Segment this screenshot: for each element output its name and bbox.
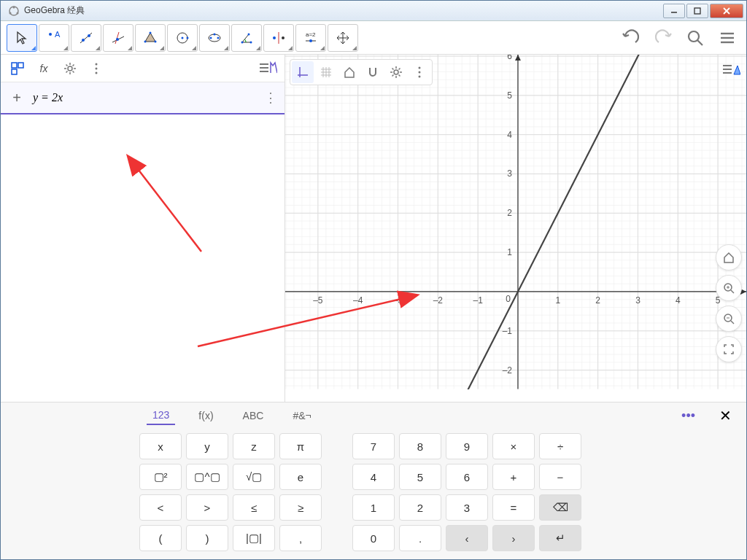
- expression-menu-icon[interactable]: ⋮: [264, 90, 277, 106]
- svg-point-31: [273, 36, 276, 39]
- kb-key[interactable]: 0: [352, 525, 395, 551]
- undo-button[interactable]: [618, 25, 644, 51]
- tool-move-view[interactable]: [328, 24, 358, 52]
- kb-key[interactable]: y: [186, 433, 228, 459]
- kb-key[interactable]: ‹: [446, 525, 488, 551]
- kb-tab-numeric[interactable]: 123: [147, 406, 175, 425]
- svg-text:5: 5: [507, 90, 512, 101]
- kb-key[interactable]: 4: [352, 464, 395, 490]
- kb-tab-symbols[interactable]: #&¬: [287, 407, 317, 424]
- zoom-out-button[interactable]: [716, 306, 742, 332]
- svg-line-14: [115, 32, 119, 44]
- graphics-panel[interactable]: –5–4–3–2–112345–2–11234560: [285, 55, 746, 402]
- menu-button[interactable]: [714, 25, 740, 51]
- svg-point-29: [248, 33, 250, 35]
- kb-key[interactable]: ›: [492, 525, 535, 551]
- close-button[interactable]: [710, 4, 743, 18]
- home-icon[interactable]: [338, 61, 360, 83]
- kb-key[interactable]: 2: [399, 494, 441, 521]
- kb-more-button[interactable]: •••: [681, 408, 695, 424]
- kb-key[interactable]: =: [492, 494, 535, 521]
- algebra-view-icon[interactable]: [7, 58, 28, 79]
- tool-perpendicular[interactable]: [103, 24, 133, 52]
- kb-key[interactable]: 9: [446, 433, 488, 459]
- tool-line[interactable]: [71, 24, 101, 52]
- grid-icon[interactable]: [315, 61, 337, 83]
- tool-point[interactable]: A: [39, 24, 69, 52]
- zoom-in-button[interactable]: [716, 275, 742, 301]
- kebab-icon[interactable]: [85, 58, 107, 79]
- algebra-panel: fx + y = 2x ⋮: [1, 55, 285, 402]
- kb-key[interactable]: z: [233, 433, 275, 459]
- svg-point-18: [155, 40, 157, 42]
- maximize-button[interactable]: [686, 4, 708, 18]
- svg-line-10: [80, 33, 92, 43]
- kb-key[interactable]: +: [492, 464, 535, 490]
- kb-key[interactable]: −: [539, 464, 581, 490]
- tool-cursor[interactable]: [7, 24, 37, 52]
- kb-close-button[interactable]: ✕: [719, 407, 732, 424]
- tool-polygon[interactable]: [135, 24, 166, 52]
- kb-key[interactable]: ▢^▢: [186, 464, 228, 490]
- svg-point-12: [88, 34, 90, 37]
- kb-key[interactable]: ≥: [279, 494, 322, 521]
- expression-text[interactable]: y = 2x: [26, 91, 264, 104]
- kb-key[interactable]: ↵: [539, 525, 581, 551]
- fx-icon[interactable]: fx: [33, 58, 55, 79]
- kb-key[interactable]: (: [139, 525, 182, 551]
- kb-tab-functions[interactable]: f(x): [193, 407, 219, 424]
- tool-reflect[interactable]: [263, 24, 294, 52]
- svg-rect-42: [18, 63, 23, 68]
- tool-circle[interactable]: [167, 24, 198, 52]
- svg-point-32: [282, 36, 285, 39]
- snap-icon[interactable]: [362, 61, 384, 83]
- kb-key[interactable]: ÷: [539, 433, 581, 459]
- kb-key[interactable]: x: [139, 433, 182, 459]
- tool-ellipse[interactable]: [199, 24, 230, 52]
- panel-toggle-icon[interactable]: [257, 58, 279, 79]
- kb-key[interactable]: 5: [399, 464, 441, 490]
- kb-key[interactable]: 3: [446, 494, 488, 521]
- kb-key[interactable]: <: [139, 494, 182, 521]
- graphics-settings-icon[interactable]: [385, 61, 407, 83]
- redo-button[interactable]: [650, 25, 676, 51]
- kb-key[interactable]: .: [399, 525, 441, 551]
- settings-icon[interactable]: [59, 58, 81, 79]
- kb-key[interactable]: 7: [352, 433, 395, 459]
- axes-icon[interactable]: [292, 61, 314, 83]
- kb-key[interactable]: >: [186, 494, 228, 521]
- coordinate-grid[interactable]: –5–4–3–2–112345–2–11234560: [285, 55, 746, 389]
- svg-line-52: [128, 157, 201, 252]
- kb-tab-alpha[interactable]: ABC: [237, 407, 270, 424]
- kb-key[interactable]: 6: [446, 464, 488, 490]
- svg-text:0: 0: [506, 294, 511, 304]
- svg-point-26: [214, 33, 216, 35]
- kb-key[interactable]: ▢²: [139, 464, 182, 490]
- algebra-input-row[interactable]: + y = 2x ⋮: [1, 82, 285, 114]
- svg-point-2: [9, 12, 12, 14]
- kb-key[interactable]: ≤: [233, 494, 275, 521]
- svg-text:–4: –4: [353, 295, 363, 306]
- graphics-kebab-icon[interactable]: [409, 61, 430, 83]
- svg-text:1: 1: [555, 295, 560, 306]
- kb-key[interactable]: π: [279, 433, 322, 459]
- kb-key[interactable]: ): [186, 525, 228, 551]
- kb-key[interactable]: √▢: [233, 464, 275, 490]
- search-button[interactable]: [682, 25, 708, 51]
- kb-key[interactable]: e: [279, 464, 322, 490]
- reset-view-button[interactable]: [716, 244, 742, 271]
- tool-angle[interactable]: [231, 24, 262, 52]
- minimize-button[interactable]: [663, 4, 685, 18]
- kb-key[interactable]: 8: [399, 433, 441, 459]
- kb-key[interactable]: 1: [352, 494, 395, 521]
- svg-text:4: 4: [507, 130, 512, 140]
- kb-key[interactable]: ×: [492, 433, 535, 459]
- add-expression-button[interactable]: +: [8, 90, 26, 106]
- svg-text:2: 2: [507, 208, 512, 218]
- kb-key[interactable]: |▢|: [233, 525, 275, 551]
- kb-key[interactable]: ⌫: [539, 494, 581, 521]
- fullscreen-button[interactable]: [716, 336, 742, 362]
- graphics-panel-toggle-icon[interactable]: [720, 59, 742, 81]
- kb-key[interactable]: ,: [279, 525, 322, 551]
- tool-slider[interactable]: a=2: [295, 24, 326, 52]
